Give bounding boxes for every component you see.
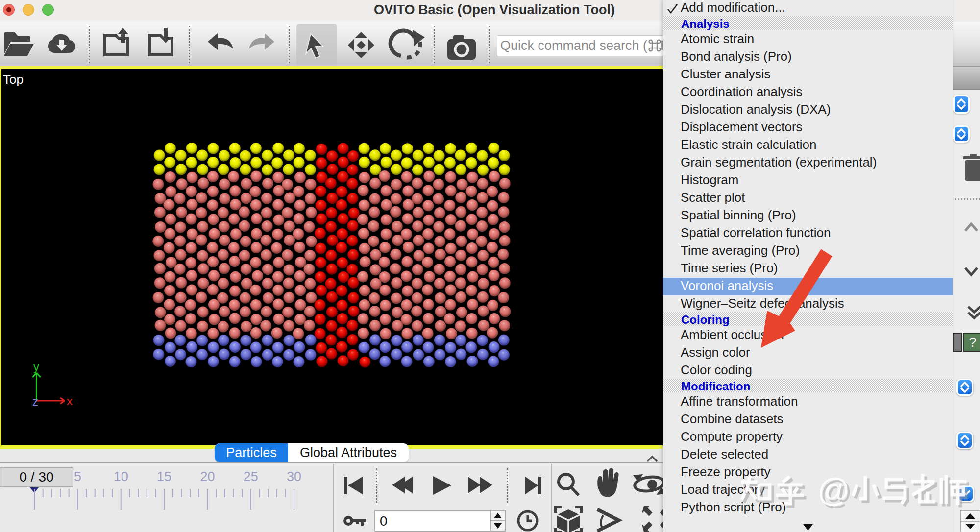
svg-text:@: @ (817, 472, 850, 508)
